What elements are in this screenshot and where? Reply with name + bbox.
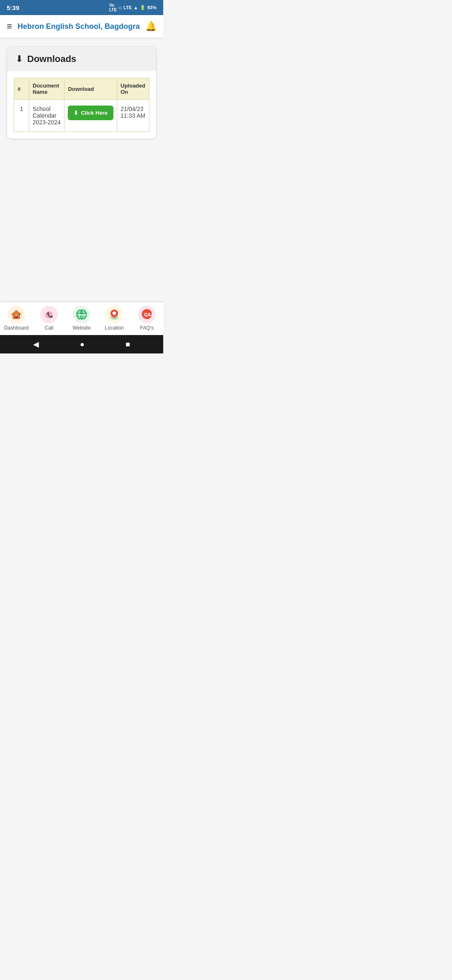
downloads-table: # Document Name Download Uploaded On 1 S…: [14, 78, 149, 132]
svg-rect-1: [15, 316, 18, 319]
status-bar: 5:39 VoLTE ◇ VoLTE LTE ▲ 🔋 93%: [0, 0, 163, 15]
volte-indicator: VoLTE: [109, 3, 117, 12]
signal-icon: ▲: [134, 5, 138, 10]
bottom-nav: Dashboard 📞 Call WWW Website: [0, 302, 163, 335]
downloads-card: ⬇ Downloads # Document Name Download Upl…: [7, 46, 157, 139]
status-icons: VoLTE ◇ VoLTE LTE ▲ 🔋 93%: [109, 3, 157, 12]
nav-label-website: Website: [72, 325, 90, 331]
document-name: School Calendar 2023-2024: [29, 100, 64, 132]
col-header-num: #: [14, 78, 29, 100]
col-header-uploaded-on: Uploaded On: [117, 78, 149, 100]
status-time: 5:39: [7, 4, 19, 11]
nav-item-dashboard[interactable]: Dashboard: [0, 306, 33, 331]
app-header: ≡ Hebron English School, Bagdogra 🔔: [0, 15, 163, 38]
nav-label-dashboard: Dashboard: [4, 325, 29, 331]
nav-item-website[interactable]: WWW Website: [65, 306, 98, 331]
notification-bell-icon[interactable]: 🔔: [145, 21, 157, 32]
nav-label-faqs: FAQ's: [140, 325, 154, 331]
downloads-body: # Document Name Download Uploaded On 1 S…: [7, 71, 156, 139]
nav-item-location[interactable]: Location: [98, 306, 131, 331]
home-button[interactable]: ●: [80, 340, 85, 349]
downloads-title: Downloads: [27, 54, 76, 64]
battery-level: 93%: [147, 5, 157, 10]
download-cell[interactable]: ⬇ Click Here: [64, 100, 117, 132]
col-header-download: Download: [64, 78, 117, 100]
nav-item-faqs[interactable]: Q&A FAQ's: [131, 306, 163, 331]
download-button[interactable]: ⬇ Click Here: [68, 106, 113, 120]
download-header-icon: ⬇: [15, 54, 23, 64]
nav-label-location: Location: [105, 325, 123, 331]
svg-text:📞: 📞: [47, 312, 53, 318]
battery-icon: 🔋: [140, 5, 146, 10]
website-icon: WWW: [73, 306, 90, 323]
download-btn-label: Click Here: [81, 110, 108, 116]
svg-rect-2: [15, 314, 17, 316]
back-button[interactable]: ◀: [33, 340, 39, 349]
menu-icon[interactable]: ≡: [7, 21, 12, 32]
nav-item-call[interactable]: 📞 Call: [33, 306, 65, 331]
nav-label-call: Call: [45, 325, 54, 331]
svg-text:WWW: WWW: [78, 314, 86, 317]
system-nav-bar: ◀ ● ■: [0, 335, 163, 353]
downloads-card-header: ⬇ Downloads: [7, 47, 156, 71]
svg-text:Q&A: Q&A: [144, 312, 153, 317]
row-num: 1: [14, 100, 29, 132]
school-title: Hebron English School, Bagdogra: [12, 22, 145, 31]
recent-apps-button[interactable]: ■: [126, 340, 130, 349]
faqs-icon: Q&A: [138, 306, 156, 323]
call-icon: 📞: [40, 306, 58, 323]
svg-point-12: [113, 312, 116, 315]
lte-text: LTE: [123, 5, 132, 10]
download-btn-icon: ⬇: [74, 110, 78, 116]
svg-rect-13: [110, 317, 119, 319]
table-header-row: # Document Name Download Uploaded On: [14, 78, 149, 100]
table-row: 1 School Calendar 2023-2024 ⬇ Click Here…: [14, 100, 149, 132]
dashboard-icon: [8, 306, 25, 323]
uploaded-on: 21/04/2311:33 AM: [117, 100, 149, 132]
wifi-icon: ◇: [118, 5, 122, 10]
location-icon: [105, 306, 123, 323]
main-content: ⬇ Downloads # Document Name Download Upl…: [0, 38, 163, 302]
col-header-document-name: Document Name: [29, 78, 64, 100]
